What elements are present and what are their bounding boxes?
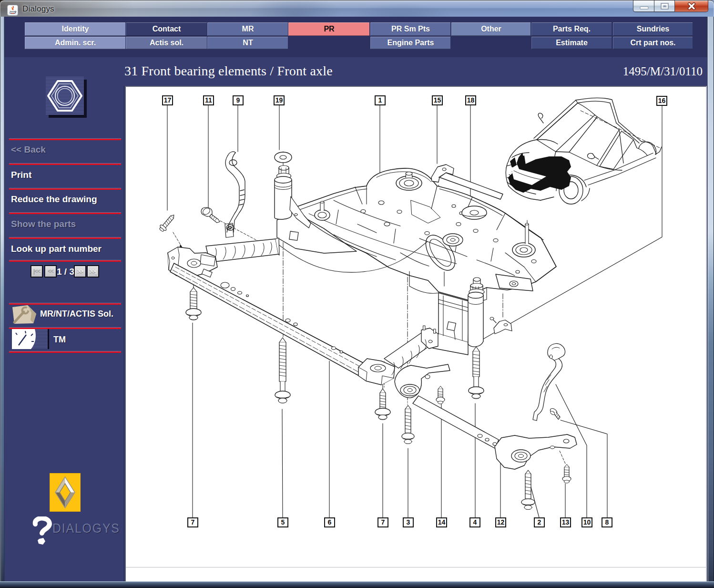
sidebar-item-show-the-parts[interactable]: Show the parts — [11, 219, 76, 229]
callout-8[interactable]: 8 — [602, 517, 612, 527]
divider — [9, 164, 121, 165]
exploded-diagram[interactable] — [126, 87, 706, 567]
sidebar-item-reduce-the-drawing[interactable]: Reduce the drawing — [11, 194, 97, 205]
title-bar[interactable]: Dialogys — [0, 0, 714, 17]
callout-12[interactable]: 12 — [495, 517, 506, 527]
divider — [9, 351, 121, 353]
callout-5[interactable]: 5 — [277, 517, 288, 527]
sidebar-item-look-up-part-number[interactable]: Look up part number — [11, 244, 102, 254]
callout-17[interactable]: 17 — [162, 95, 173, 105]
app-window: Dialogys IdentityContactMRPRPR Sm PtsOth… — [0, 0, 714, 588]
divider — [9, 139, 121, 140]
callout-18[interactable]: 18 — [465, 95, 476, 105]
pager-first-button[interactable]: |<< — [31, 265, 43, 278]
sidebar: << BackPrintReduce the drawingShow the p… — [4, 57, 123, 581]
dialogys-question-icon — [30, 516, 57, 547]
window-border-right — [707, 17, 714, 581]
tab-pr-sm-pts[interactable]: PR Sm Pts — [370, 22, 450, 36]
tab-admin-scr-[interactable]: Admin. scr. — [25, 37, 125, 49]
minimize-button[interactable] — [633, 0, 654, 12]
window-title: Dialogys — [22, 4, 54, 14]
close-button[interactable] — [675, 0, 708, 12]
tab-crt-part-nos-[interactable]: Crt part nos. — [613, 37, 693, 49]
pager-prev-button[interactable]: << — [44, 265, 57, 278]
tab-parts-req-[interactable]: Parts Req. — [531, 22, 612, 36]
callout-6[interactable]: 6 — [324, 517, 335, 527]
content-header: 31 Front bearing elements / Front axle 1… — [123, 57, 707, 86]
callout-19[interactable]: 19 — [274, 95, 285, 105]
window-controls — [633, 0, 708, 13]
pager-next-button[interactable]: >> — [74, 265, 86, 278]
renault-logo — [50, 473, 81, 512]
divider — [9, 237, 121, 239]
window-border-bottom — [0, 581, 714, 588]
tab-engine-parts[interactable]: Engine Parts — [370, 37, 450, 49]
tab-pr[interactable]: PR — [288, 22, 369, 36]
tab-nt[interactable]: NT — [207, 37, 288, 49]
callout-13[interactable]: 13 — [560, 517, 571, 527]
divider — [9, 260, 121, 262]
window-border-left — [0, 17, 4, 581]
sidebar-item-label: TM — [53, 335, 66, 345]
pager-label: 1 / 3 — [57, 267, 74, 277]
divider — [9, 213, 121, 214]
tab-contact[interactable]: Contact — [126, 22, 207, 36]
maximize-button[interactable] — [654, 0, 675, 12]
callout-3[interactable]: 3 — [403, 517, 414, 527]
java-icon — [7, 5, 18, 16]
callout-16[interactable]: 16 — [656, 96, 667, 106]
callout-7[interactable]: 7 — [187, 517, 198, 527]
pager: |<< << 1 / 3 >> >>| — [4, 265, 123, 279]
callout-9[interactable]: 9 — [233, 95, 244, 105]
tab-mr[interactable]: MR — [207, 22, 288, 36]
tab-bar: IdentityContactMRPRPR Sm PtsOtherParts R… — [4, 17, 707, 57]
tab-other[interactable]: Other — [451, 22, 530, 36]
sidebar-item-back[interactable]: << Back — [11, 144, 46, 155]
callout-11[interactable]: 11 — [203, 95, 214, 105]
callout-1[interactable]: 1 — [375, 95, 386, 105]
callout-14[interactable]: 14 — [436, 517, 447, 527]
wrench-book-icon — [11, 304, 38, 325]
callout-7[interactable]: 7 — [377, 517, 388, 527]
doc-code: 1495/M/31/0110 — [623, 65, 703, 78]
page-title: 31 Front bearing elements / Front axle — [124, 63, 333, 79]
tab-actis-sol-[interactable]: Actis sol. — [126, 37, 207, 49]
callout-15[interactable]: 15 — [432, 95, 443, 105]
pager-last-button[interactable]: >>| — [87, 265, 99, 278]
tab-estimate[interactable]: Estimate — [531, 37, 612, 49]
dialogys-wordmark: DIALOGYS — [52, 521, 120, 536]
tab-sundries[interactable]: Sundries — [613, 22, 693, 36]
callout-4[interactable]: 4 — [469, 517, 480, 527]
gauge-icon — [12, 329, 49, 349]
callout-2[interactable]: 2 — [534, 517, 545, 527]
callout-10[interactable]: 10 — [581, 517, 592, 527]
sidebar-item-print[interactable]: Print — [11, 170, 31, 180]
hex-nut-icon — [46, 77, 84, 115]
divider — [9, 188, 121, 190]
tab-identity[interactable]: Identity — [25, 22, 125, 36]
sidebar-item-label: MR/NT/ACTIS Sol. — [40, 309, 113, 319]
drawing-border — [126, 567, 706, 567]
